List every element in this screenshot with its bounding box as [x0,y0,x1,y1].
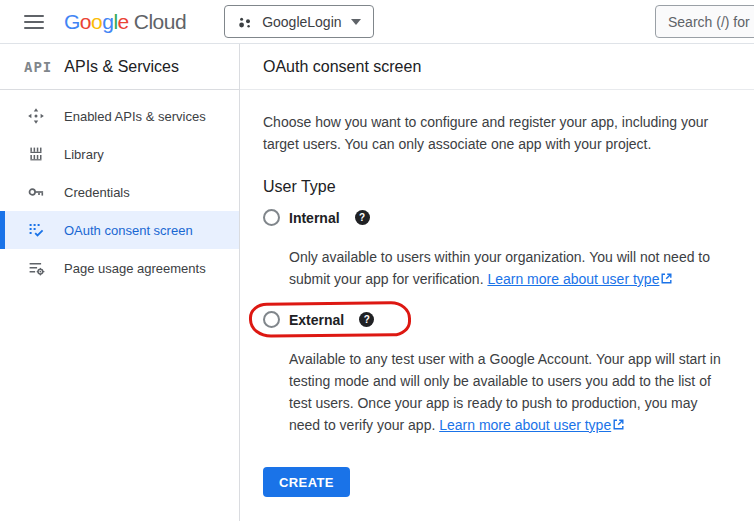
sidebar-nav: Enabled APIs & services Library [0,90,239,287]
sidebar: API APIs & Services Enabled APIs & servi… [0,44,240,521]
external-description: Available to any test user with a Google… [289,348,730,436]
project-dots-icon [237,14,253,30]
intro-text: Choose how you want to configure and reg… [263,111,730,155]
external-learn-more-link[interactable]: Learn more about user type [439,417,611,433]
sidebar-item-label: Page usage agreements [64,261,206,276]
selected-indicator-bar [0,211,5,249]
internal-help-icon[interactable]: ? [355,210,370,225]
list-gear-icon [27,259,45,277]
open-in-new-icon [612,418,625,431]
internal-radio[interactable] [263,209,280,226]
sidebar-item-oauth-consent-screen[interactable]: OAuth consent screen [0,211,239,249]
sidebar-item-label: Library [64,147,104,162]
chevron-down-icon [351,19,361,25]
sidebar-title: APIs & Services [64,58,179,76]
sidebar-item-credentials[interactable]: Credentials [0,173,239,211]
sidebar-item-label: OAuth consent screen [64,223,193,238]
external-option-row: External ? [263,311,374,328]
internal-option-row: Internal ? [263,209,370,226]
sidebar-item-label: Credentials [64,185,130,200]
search-placeholder: Search (/) for [668,14,750,30]
enabled-apis-icon [27,107,45,125]
key-icon [27,183,45,201]
sidebar-header: API APIs & Services [0,44,239,90]
api-logo-icon: API [24,59,52,75]
sidebar-item-library[interactable]: Library [0,135,239,173]
project-selector-button[interactable]: GoogleLogin [224,5,373,38]
internal-learn-more-link[interactable]: Learn more about user type [487,271,659,287]
sidebar-item-enabled-apis[interactable]: Enabled APIs & services [0,97,239,135]
page-header: OAuth consent screen [240,44,754,90]
external-help-icon[interactable]: ? [359,312,374,327]
user-type-heading: User Type [263,178,730,196]
main-panel: OAuth consent screen Choose how you want… [240,44,754,521]
logo-letter: o [80,10,91,34]
search-input[interactable]: Search (/) for [655,5,754,38]
internal-label: Internal [289,210,340,226]
google-cloud-logo: G o o g l e Cloud [64,10,186,34]
internal-description: Only available to users within your orga… [289,246,730,290]
page-content: Choose how you want to configure and reg… [240,90,754,522]
oauth-consent-icon [27,221,45,239]
external-label: External [289,312,344,328]
hamburger-menu-icon[interactable] [24,15,44,29]
page-title: OAuth consent screen [263,58,421,76]
logo-letter: g [102,10,113,34]
sidebar-item-page-usage-agreements[interactable]: Page usage agreements [0,249,239,287]
logo-letter: o [91,10,102,34]
external-radio[interactable] [263,311,280,328]
sidebar-item-label: Enabled APIs & services [64,109,206,124]
library-icon [27,145,45,163]
create-button[interactable]: CREATE [263,467,350,497]
open-in-new-icon [660,272,673,285]
project-name: GoogleLogin [262,14,341,30]
logo-letter: G [64,10,80,34]
logo-letter: e [118,10,129,34]
top-bar: G o o g l e Cloud GoogleLogin Search (/)… [0,0,754,44]
logo-cloud-text: Cloud [134,10,186,34]
